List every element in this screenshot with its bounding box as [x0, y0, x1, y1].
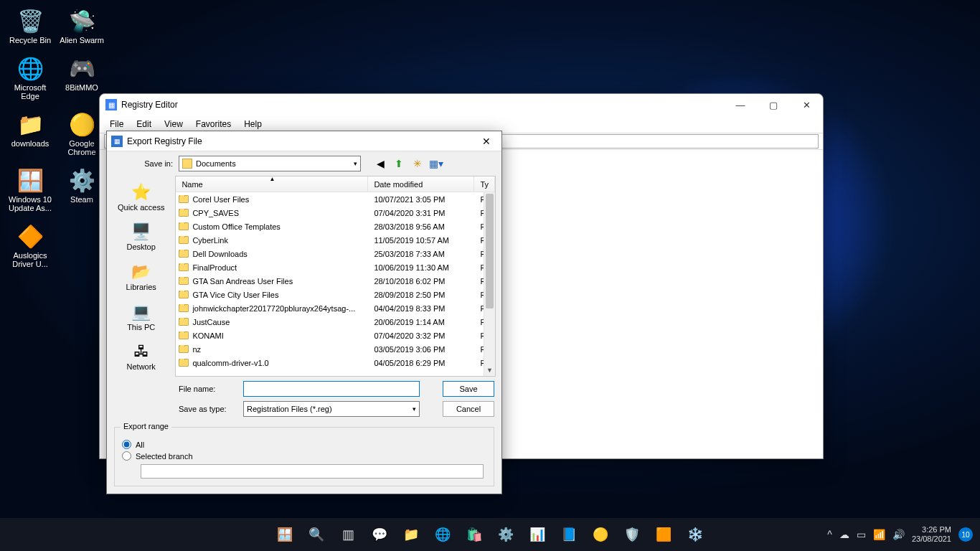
tray-overflow-icon[interactable]: ^ — [827, 529, 832, 540]
clock[interactable]: 3:26 PM 23/08/2021 — [912, 525, 951, 544]
notification-badge[interactable]: 10 — [958, 527, 973, 542]
file-row[interactable]: johnwickchapter22017720pblurayx264ytsag-… — [176, 301, 495, 315]
export-dialog: ▦ Export Registry File ✕ Save in: Docume… — [106, 131, 502, 494]
file-list[interactable]: Name▲ Date modified Ty Corel User Files1… — [175, 176, 496, 377]
menu-help[interactable]: Help — [238, 117, 268, 131]
task-view-button[interactable]: ▥ — [334, 520, 362, 549]
chrome-button[interactable]: 🟡 — [586, 520, 615, 549]
chat-button[interactable]: 💬 — [365, 520, 394, 549]
file-list-scrollbar[interactable]: ▲ ▼ — [484, 192, 495, 376]
desktop-icon-recycle-bin[interactable]: 🗑️Recycle Bin — [4, 6, 56, 44]
filename-label: File name: — [179, 385, 243, 393]
regedit-icon: ▦ — [105, 99, 117, 110]
col-name[interactable]: Name — [182, 180, 202, 189]
export-selected-radio-input[interactable] — [122, 451, 131, 461]
desktop-icon-microsoft-edge[interactable]: 🌐Microsoft Edge — [4, 53, 56, 100]
filename-combo[interactable] — [243, 381, 420, 397]
edge-button[interactable]: 🌐 — [428, 520, 457, 549]
export-selected-radio[interactable]: Selected branch — [122, 451, 486, 461]
menu-file[interactable]: File — [104, 117, 129, 131]
word-button[interactable]: 📘 — [555, 520, 583, 549]
start-button[interactable]: 🪟 — [270, 520, 299, 549]
savetype-combo[interactable]: Registration Files (*.reg) — [243, 401, 420, 417]
menu-view[interactable]: View — [159, 117, 189, 131]
8bitmmo-icon: 🎮 — [67, 53, 97, 83]
google-chrome-icon: 🟡 — [67, 109, 97, 139]
save-button[interactable]: Save — [443, 381, 494, 397]
regedit-titlebar[interactable]: ▦ Registry Editor — ▢ ✕ — [100, 94, 823, 116]
file-row[interactable]: CyberLink11/05/2019 10:57 AMFil — [176, 233, 495, 247]
file-row[interactable]: qualcomm-driver-v1.004/05/2018 6:29 PMFi… — [176, 356, 495, 369]
regedit-icon: ▦ — [111, 136, 123, 147]
file-row[interactable]: Corel User Files10/07/2021 3:05 PMFil — [176, 192, 495, 206]
desktop-icon-8bitmmo[interactable]: 🎮8BitMMO — [56, 53, 108, 92]
scroll-thumb[interactable] — [486, 194, 494, 309]
file-row[interactable]: GTA Vice City User Files28/09/2018 2:50 … — [176, 288, 495, 301]
cancel-button[interactable]: Cancel — [443, 401, 494, 417]
export-all-radio[interactable]: All — [122, 440, 486, 449]
file-row[interactable]: KONAMI07/04/2020 3:32 PMFil — [176, 329, 495, 342]
folder-icon — [179, 236, 189, 244]
battery-icon[interactable]: ▭ — [857, 529, 866, 540]
new-folder-button[interactable]: ✳ — [410, 156, 425, 171]
system-tray: ^ ☁ ▭ 📶 🔊 3:26 PM 23/08/2021 10 — [827, 525, 980, 544]
desktop-icons: 🗑️Recycle Bin🛸Alien Swarm🌐Microsoft Edge… — [4, 4, 112, 276]
menu-edit[interactable]: Edit — [131, 117, 157, 131]
network-icon: 🖧 — [133, 342, 149, 361]
file-row[interactable]: nz03/05/2019 3:06 PMFil — [176, 342, 495, 356]
savein-combo[interactable]: Documents ▾ — [179, 156, 361, 171]
selected-branch-input[interactable] — [141, 464, 484, 479]
win10-update-icon: 🪟 — [15, 165, 45, 195]
place-this-pc[interactable]: 💻This PC — [108, 297, 174, 337]
place-desktop[interactable]: 🖥️Desktop — [108, 217, 174, 258]
view-menu-button[interactable]: ▦▾ — [428, 156, 444, 171]
app3-button[interactable]: ❄️ — [681, 520, 710, 549]
folder-icon — [179, 318, 189, 326]
store-button[interactable]: 🛍️ — [460, 520, 489, 549]
export-titlebar[interactable]: ▦ Export Registry File ✕ — [107, 131, 501, 151]
file-row[interactable]: JustCause20/06/2019 1:14 AMFil — [176, 315, 495, 329]
regedit-title: Registry Editor — [121, 100, 178, 110]
col-date[interactable]: Date modified — [374, 180, 423, 189]
onedrive-icon[interactable]: ☁ — [839, 529, 849, 540]
file-explorer-button[interactable]: 📁 — [397, 520, 425, 549]
scroll-down-icon[interactable]: ▼ — [484, 364, 495, 376]
close-button[interactable]: ✕ — [790, 94, 823, 116]
file-row[interactable]: GTA San Andreas User Files28/10/2018 6:0… — [176, 274, 495, 288]
folder-icon — [182, 159, 192, 169]
col-type[interactable]: Ty — [480, 180, 489, 189]
file-row[interactable]: Dell Downloads25/03/2018 7:33 AMFil — [176, 247, 495, 260]
folder-icon — [179, 277, 189, 285]
chevron-down-icon: ▾ — [354, 160, 357, 167]
wifi-icon[interactable]: 📶 — [873, 529, 885, 540]
place-quick-access[interactable]: ⭐Quick access — [108, 177, 174, 217]
maximize-button[interactable]: ▢ — [757, 94, 790, 116]
desktop-icon-alien-swarm[interactable]: 🛸Alien Swarm — [56, 6, 108, 44]
folder-icon — [179, 195, 189, 203]
file-row[interactable]: Custom Office Templates28/03/2018 9:56 A… — [176, 220, 495, 233]
app2-button[interactable]: 🟧 — [649, 520, 678, 549]
savein-row: Save in: Documents ▾ ◀ ⬆ ✳ ▦▾ — [107, 151, 501, 176]
desktop-icon-win10-update[interactable]: 🪟Windows 10 Update As... — [4, 165, 56, 212]
minimize-button[interactable]: — — [724, 94, 757, 116]
file-row[interactable]: FinalProduct10/06/2019 11:30 AMFil — [176, 260, 495, 274]
file-row[interactable]: CPY_SAVES07/04/2020 3:31 PMFil — [176, 206, 495, 220]
folder-icon — [179, 222, 189, 230]
settings-button[interactable]: ⚙️ — [491, 520, 520, 549]
up-button[interactable]: ⬆ — [391, 156, 407, 171]
back-button[interactable]: ◀ — [372, 156, 388, 171]
filename-input[interactable] — [247, 385, 416, 393]
place-network[interactable]: 🖧Network — [108, 336, 174, 377]
desktop-icon-downloads[interactable]: 📁downloads — [4, 109, 56, 148]
close-button[interactable]: ✕ — [476, 131, 497, 151]
file-list-header[interactable]: Name▲ Date modified Ty — [176, 176, 495, 192]
volume-icon[interactable]: 🔊 — [892, 529, 905, 540]
export-all-radio-input[interactable] — [122, 440, 131, 449]
place-libraries[interactable]: 📂Libraries — [108, 257, 174, 297]
search-button[interactable]: 🔍 — [302, 520, 331, 549]
app1-button[interactable]: 📊 — [523, 520, 552, 549]
security-button[interactable]: 🛡️ — [618, 520, 646, 549]
savein-label: Save in: — [107, 159, 179, 168]
menu-favorites[interactable]: Favorites — [190, 117, 237, 131]
desktop-icon-auslogics[interactable]: 🔶Auslogics Driver U... — [4, 221, 56, 268]
